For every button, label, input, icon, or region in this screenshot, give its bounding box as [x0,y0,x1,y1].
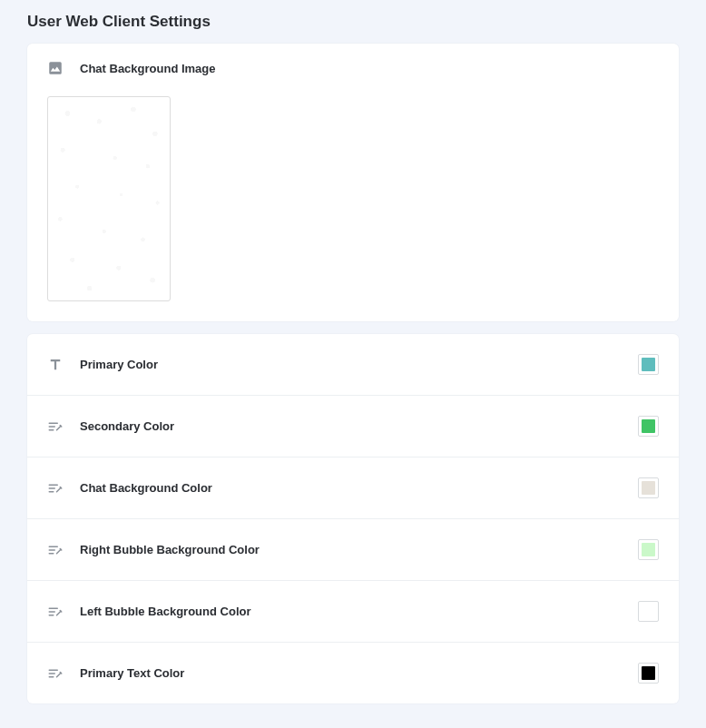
color-row-left: Secondary Color [47,418,174,435]
color-row-label: Left Bubble Background Color [80,605,251,618]
swatches-icon [47,418,64,435]
color-row-secondary-color: Secondary Color [27,396,679,457]
color-row-label: Right Bubble Background Color [80,543,260,556]
color-row-label: Primary Color [80,358,158,371]
background-thumbnail[interactable] [47,96,171,301]
color-row-left: Left Bubble Background Color [47,604,251,620]
color-row-right-bubble-bg-color: Right Bubble Background Color [27,519,679,581]
swatches-icon [47,604,64,620]
color-settings-card: Primary ColorSecondary ColorChat Backgro… [27,334,679,703]
page-title: User Web Client Settings [0,0,706,44]
color-row-label: Primary Text Color [80,666,184,680]
color-swatch-primary-color[interactable] [638,354,659,375]
chat-background-image-card: Chat Background Image [27,44,679,321]
color-row-primary-text-color: Primary Text Color [27,643,679,703]
chat-background-image-header: Chat Background Image [27,44,679,89]
color-row-left: Right Bubble Background Color [47,542,260,558]
color-row-primary-color: Primary Color [27,334,679,396]
chat-background-image-label: Chat Background Image [80,62,216,75]
text-icon [47,357,64,373]
color-row-left: Primary Color [47,357,158,373]
color-swatch-fill [642,481,655,495]
swatches-icon [47,542,64,558]
color-row-label: Chat Background Color [80,481,212,495]
color-swatch-fill [642,666,655,680]
color-swatch-fill [642,605,655,618]
color-swatch-primary-text-color[interactable] [638,663,659,684]
color-swatch-fill [642,358,655,371]
color-row-left: Primary Text Color [47,665,184,682]
background-thumbnail-container [27,89,679,321]
image-icon [47,60,64,76]
color-row-label: Secondary Color [80,419,174,433]
color-row-left-bubble-bg-color: Left Bubble Background Color [27,581,679,643]
swatches-icon [47,665,64,682]
color-row-chat-background-color: Chat Background Color [27,457,679,519]
color-swatch-chat-background-color[interactable] [638,477,659,498]
color-swatch-left-bubble-bg-color[interactable] [638,601,659,622]
color-row-left: Chat Background Color [47,480,212,497]
color-swatch-right-bubble-bg-color[interactable] [638,539,659,560]
swatches-icon [47,480,64,497]
color-swatch-secondary-color[interactable] [638,416,659,437]
color-swatch-fill [642,543,655,556]
color-swatch-fill [642,419,655,433]
